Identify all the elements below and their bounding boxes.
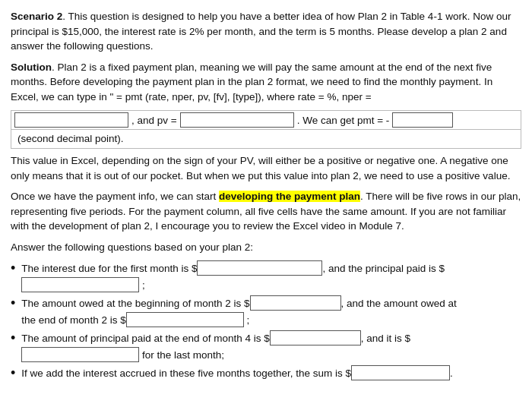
bullet-dot-4: • <box>11 366 15 380</box>
bullet-4-line1: If we add the interest accrued in these … <box>21 365 521 380</box>
we-can-get-label: . We can get pmt = - <box>297 113 390 128</box>
formula-row-1: , and pv = . We can get pmt = - <box>11 110 521 129</box>
bullet-4-period: . <box>450 366 453 381</box>
second-decimal-label: (second decimal point). <box>14 131 124 147</box>
scenario-paragraph: Scenario 2. This question is designed to… <box>11 9 521 54</box>
paragraph4: Answer the following questions based on … <box>11 240 521 255</box>
bullet-item-1: • The interest due for the first month i… <box>11 260 521 292</box>
bullet-2-line2: the end of month 2 is $ ; <box>21 312 521 327</box>
solution-paragraph: Solution. Plan 2 is a fixed payment plan… <box>11 60 521 105</box>
bullet-dot-2: • <box>11 296 15 310</box>
pv-input[interactable] <box>180 112 294 128</box>
bullet-1-semi: ; <box>139 278 145 293</box>
rate-input[interactable] <box>14 112 128 128</box>
bullet-2-mid: , and the amount owed at <box>341 296 457 311</box>
bullet-3-last-label: for the last month; <box>139 348 224 363</box>
bullet-1-line1: The interest due for the first month is … <box>21 260 521 276</box>
bullet-1-interest-input[interactable] <box>197 260 322 276</box>
bullet-4-sum-input[interactable] <box>351 365 450 380</box>
bullet-item-2: • The amount owed at the beginning of mo… <box>11 295 521 327</box>
solution-percent-suffix: %, nper = <box>328 91 372 103</box>
paragraph2: This value in Excel, depending on the si… <box>11 153 521 183</box>
bullet-1-principal-input[interactable] <box>21 277 139 292</box>
bullet-item-4: • If we add the interest accrued in thes… <box>11 365 521 380</box>
bullet-1-mid: , and the principal paid is $ <box>322 261 445 276</box>
highlight-text: developing the payment plan <box>219 191 360 202</box>
bullet-3-line1: The amount of principal paid at the end … <box>21 330 521 345</box>
bullet-1-pre: The interest due for the first month is … <box>21 261 197 276</box>
bullet-dot-1: • <box>11 261 15 275</box>
bullet-3-pre: The amount of principal paid at the end … <box>21 331 269 346</box>
bullet-2-end-input[interactable] <box>126 312 244 327</box>
paragraph3: Once we have the payment info, we can st… <box>11 189 521 234</box>
bullet-3-line2: for the last month; <box>21 347 521 362</box>
bullet-2-line1: The amount owed at the beginning of mont… <box>21 295 521 311</box>
pmt-input[interactable] <box>392 112 453 128</box>
bullet-dot-3: • <box>11 331 15 345</box>
bullet-2-pre: The amount owed at the beginning of mont… <box>21 296 249 311</box>
bullet-3-mid: , and it is $ <box>361 331 410 346</box>
bullet-3-last-input[interactable] <box>21 347 139 362</box>
bullet-content-1: The interest due for the first month is … <box>21 260 521 292</box>
bullet-2-line2-pre: the end of month 2 is $ <box>21 313 125 328</box>
bullet-item-3: • The amount of principal paid at the en… <box>11 330 521 362</box>
bullet-2-semi: ; <box>244 313 250 328</box>
scenario-label: Scenario 2 <box>11 11 62 22</box>
bullet-2-beginning-input[interactable] <box>250 295 341 311</box>
solution-label: Solution <box>11 62 52 73</box>
paragraph3-pre: Once we have the payment info, we can st… <box>11 191 219 202</box>
bullet-4-pre: If we add the interest accrued in these … <box>21 366 351 381</box>
solution-text1: . Plan 2 is a fixed payment plan, meanin… <box>11 62 492 103</box>
bullet-1-line2: ; <box>21 277 521 292</box>
bullet-content-4: If we add the interest accrued in these … <box>21 365 521 380</box>
formula-row-2: (second decimal point). <box>11 129 521 149</box>
bullet-content-3: The amount of principal paid at the end … <box>21 330 521 362</box>
bullet-content-2: The amount owed at the beginning of mont… <box>21 295 521 327</box>
scenario-intro: . This question is designed to help you … <box>11 11 511 52</box>
bullet-3-month4-input[interactable] <box>270 330 361 345</box>
and-pv-label: , and pv = <box>131 113 177 128</box>
